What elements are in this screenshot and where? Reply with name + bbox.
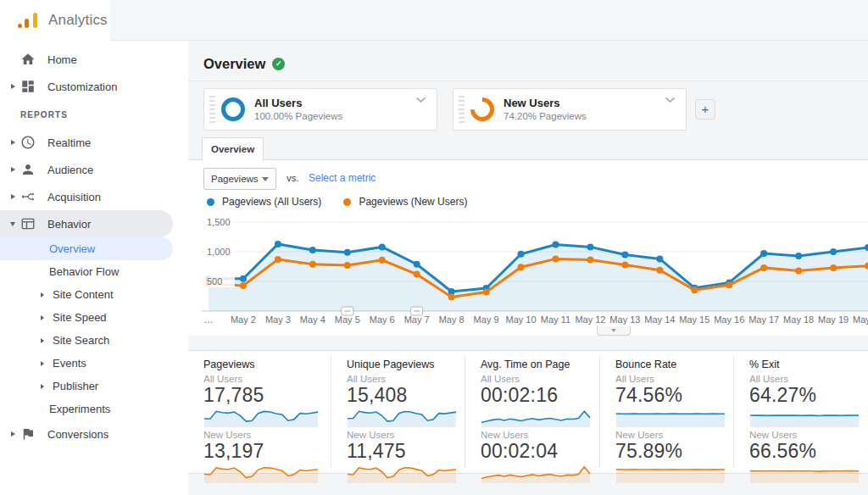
svg-text:May 5: May 5 [335, 314, 360, 325]
expand-arrow-icon [41, 361, 44, 366]
sidebar-item-acquisition[interactable]: Acquisition [0, 183, 173, 210]
sidebar-item-events[interactable]: Events [0, 352, 173, 375]
metric-summary-panel: Pageviews All Users 17,785 New Users 13,… [188, 350, 868, 474]
reports-section-label: REPORTS [0, 100, 188, 129]
metric-all-users-value: 00:02:16 [481, 385, 599, 406]
svg-text:May 16: May 16 [714, 314, 744, 325]
svg-text:May 8: May 8 [439, 314, 465, 325]
sidebar-item-publisher[interactable]: Publisher [0, 375, 173, 398]
sidebar-item-site-content[interactable]: Site Content [0, 283, 173, 306]
select-a-metric-link[interactable]: Select a metric [309, 172, 376, 184]
legend-dot-new-users-icon [343, 198, 351, 206]
legend-label-all-users: Pageviews (All Users) [222, 196, 321, 208]
metric-card-unique-pageviews[interactable]: Unique Pageviews All Users 15,408 New Us… [331, 351, 465, 473]
sidebar: Home Customization REPORTS Realtime Audi… [0, 41, 188, 495]
segment-card-all-users[interactable]: All Users 100.00% Pageviews [203, 88, 437, 131]
sidebar-item-customization[interactable]: Customization [0, 73, 173, 100]
sidebar-item-site-search[interactable]: Site Search [0, 329, 173, 352]
chart-panel: Pageviews vs. Select a metric Pageviews … [188, 159, 868, 336]
sidebar-item-behavior-overview[interactable]: Overview [0, 237, 173, 260]
sparkline-all-users [203, 409, 319, 427]
svg-text:May 9: May 9 [474, 314, 499, 325]
metric-title: Pageviews [203, 359, 331, 371]
acquisition-branch-icon [20, 189, 36, 204]
expand-arrow-icon [11, 140, 15, 145]
svg-text:1,500: 1,500 [207, 217, 231, 227]
audience-person-icon [20, 162, 36, 177]
metric-all-users-value: 17,785 [203, 385, 331, 406]
metric-title: Bounce Rate [615, 359, 733, 371]
chevron-down-icon[interactable] [665, 97, 676, 103]
svg-text:500: 500 [207, 276, 222, 286]
expand-arrow-icon [41, 384, 44, 389]
svg-text:May 10: May 10 [506, 314, 537, 325]
legend-dot-all-users-icon [207, 198, 214, 206]
sidebar-item-home[interactable]: Home [0, 46, 173, 73]
logo-area: Analytics [0, 0, 110, 41]
add-segment-button[interactable]: + [695, 99, 715, 120]
sparkline-new-users [347, 464, 457, 483]
sidebar-item-behavior-flow[interactable]: Behavior Flow [0, 260, 173, 283]
chart-expand-pull-tab[interactable] [597, 325, 631, 336]
svg-text:May 6: May 6 [370, 314, 395, 325]
metric-title: % Exit [749, 359, 868, 371]
svg-text:May 11: May 11 [541, 314, 570, 325]
sidebar-item-experiments[interactable]: Experiments [0, 398, 173, 420]
caret-down-icon [611, 329, 616, 332]
metric-title: Unique Pageviews [347, 359, 465, 371]
verified-badge-icon: ✓ [272, 58, 285, 70]
header-divider [188, 81, 868, 81]
sparkline-new-users [615, 464, 726, 483]
metric-selector-dropdown[interactable]: Pageviews [203, 168, 276, 190]
metric-card-bounce-rate[interactable]: Bounce Rate All Users 74.56% New Users 7… [600, 351, 733, 473]
top-bar: Analytics [0, 0, 868, 41]
caret-down-icon [262, 177, 269, 181]
expand-arrow-icon [11, 84, 15, 89]
sidebar-item-behavior[interactable]: Behavior [0, 210, 173, 237]
sparkline-new-users [203, 464, 319, 483]
expand-arrow-icon [41, 315, 44, 320]
segment-title: New Users [504, 97, 587, 110]
sparkline-all-users [481, 409, 591, 427]
metric-card-percent-exit[interactable]: % Exit All Users 64.27% New Users 66.56% [734, 351, 868, 473]
svg-text:1,000: 1,000 [207, 247, 231, 257]
sparkline-new-users [481, 464, 591, 483]
svg-text:May 12: May 12 [575, 314, 605, 325]
sparkline-all-users [347, 409, 457, 427]
metric-card-pageviews[interactable]: Pageviews All Users 17,785 New Users 13,… [188, 351, 331, 473]
conversions-flag-icon [20, 426, 36, 442]
expand-arrow-icon [11, 194, 15, 199]
behavior-window-icon [20, 216, 36, 231]
drag-handle[interactable] [459, 96, 465, 123]
realtime-clock-icon [20, 135, 36, 150]
drag-handle[interactable] [209, 96, 215, 123]
chart-legend: Pageviews (All Users) Pageviews (New Use… [207, 196, 489, 208]
tab-overview[interactable]: Overview [202, 137, 264, 160]
main-content: Overview ✓ All Users 100.00% Pageviews N… [188, 41, 868, 495]
customization-icon [20, 79, 36, 94]
sidebar-item-audience[interactable]: Audience [0, 156, 173, 183]
sidebar-item-site-speed[interactable]: Site Speed [0, 306, 173, 329]
metric-new-users-value: 66.56% [749, 441, 868, 462]
home-icon [20, 52, 36, 67]
expand-arrow-icon [11, 431, 15, 437]
metric-all-users-value: 64.27% [749, 385, 868, 406]
segment-subtitle: 74.20% Pageviews [504, 110, 587, 122]
metric-all-users-value: 15,408 [347, 385, 465, 406]
sidebar-item-realtime[interactable]: Realtime [0, 129, 173, 156]
pageviews-line-chart[interactable]: 5001,0001,500…May 2May 3May 4May 5May 6M… [188, 213, 868, 335]
sparkline-all-users [749, 409, 860, 427]
svg-text:May 18: May 18 [783, 314, 814, 325]
svg-text:May 20: May 20 [853, 314, 868, 325]
sidebar-item-conversions[interactable]: Conversions [0, 420, 173, 448]
svg-text:May 17: May 17 [748, 314, 779, 325]
metric-new-users-value: 75.89% [615, 441, 733, 462]
expand-arrow-icon [41, 292, 44, 298]
chevron-down-icon[interactable] [415, 97, 426, 103]
metric-new-users-value: 13,197 [203, 441, 331, 462]
analytics-logo-icon [17, 12, 39, 29]
segment-card-new-users[interactable]: New Users 74.20% Pageviews [453, 88, 687, 131]
collapse-arrow-icon [10, 222, 15, 226]
metric-card-avg-time-on-page[interactable]: Avg. Time on Page All Users 00:02:16 New… [465, 351, 599, 473]
svg-text:May 3: May 3 [265, 314, 291, 325]
